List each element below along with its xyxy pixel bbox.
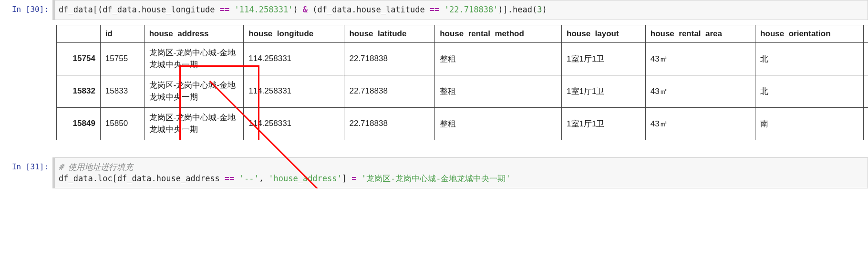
- table-cell: 整租: [435, 107, 562, 140]
- table-row: 1575415755龙岗区-龙岗中心城-金地龙城中央一期114.25833122…: [57, 42, 868, 75]
- table-cell: 114.258331: [244, 75, 344, 107]
- dataframe-table: idhouse_addresshouse_longitudehouse_lati…: [56, 25, 868, 140]
- column-header: house_layout: [562, 25, 646, 42]
- cell-spacer: [0, 144, 868, 157]
- input-prompt: In [30]:: [0, 0, 52, 20]
- table-cell: 43㎡: [645, 107, 755, 140]
- table-cell: 龙岗区-龙岗中心城-金地龙城中央一期: [144, 107, 244, 140]
- column-header: [57, 25, 101, 42]
- row-index: 15849: [57, 107, 101, 140]
- column-header: house_latitude: [344, 25, 435, 42]
- table-cell: 15850: [100, 107, 144, 140]
- table-cell: 22.718838: [344, 107, 435, 140]
- column-header: id: [100, 25, 144, 42]
- table-cell: 1室1厅1卫: [562, 107, 646, 140]
- row-index: 15832: [57, 75, 101, 107]
- table-cell: 1室1厅1卫: [562, 42, 646, 75]
- row-index: 15754: [57, 42, 101, 75]
- table-cell: 整租: [435, 75, 562, 107]
- code-cell-30: In [30]: df_data[(df_data.house_longitud…: [0, 0, 868, 20]
- dataframe-scroll[interactable]: idhouse_addresshouse_longitudehouse_lati…: [56, 25, 868, 140]
- table-row: 1584915850龙岗区-龙岗中心城-金地龙城中央一期114.25833122…: [57, 107, 868, 140]
- column-header: house_rental_method: [435, 25, 562, 42]
- table-cell: 龙岗区-龙岗中心城-金地龙城中央一期: [144, 42, 244, 75]
- table-header-row: idhouse_addresshouse_longitudehouse_lati…: [57, 25, 868, 42]
- table-cell: 1室1厅1卫: [562, 75, 646, 107]
- column-header: house_longitude: [244, 25, 344, 42]
- table-cell: 114.258331: [244, 42, 344, 75]
- table-cell: 22.718838: [344, 75, 435, 107]
- column-header: house_rental_area: [645, 25, 755, 42]
- table-cell: 43㎡: [645, 75, 755, 107]
- code-input[interactable]: # 使用地址进行填充 df_data.loc[df_data.house_add…: [52, 157, 868, 189]
- table-cell: 南: [755, 107, 864, 140]
- table-cell: 15755: [100, 42, 144, 75]
- code-cell-31: In [31]: # 使用地址进行填充 df_data.loc[df_data.…: [0, 157, 868, 189]
- code-input[interactable]: df_data[(df_data.house_longitude == '114…: [52, 0, 868, 20]
- table-body: 1575415755龙岗区-龙岗中心城-金地龙城中央一期114.25833122…: [57, 42, 868, 140]
- output-prompt: [0, 20, 52, 144]
- dataframe-output: idhouse_addresshouse_longitudehouse_lati…: [52, 20, 868, 144]
- column-header: house_address: [144, 25, 244, 42]
- table-row: 1583215833龙岗区-龙岗中心城-金地龙城中央一期114.25833122…: [57, 75, 868, 107]
- table-cell: 15833: [100, 75, 144, 107]
- table-cell: 整租: [435, 42, 562, 75]
- table-cell: 龙岗区-龙岗中心城-金地龙城中央一期: [144, 75, 244, 107]
- table-cell: 114.258331: [244, 107, 344, 140]
- table-cell: 2500 元/: [863, 107, 868, 140]
- output-cell-30: idhouse_addresshouse_longitudehouse_lati…: [0, 20, 868, 144]
- table-cell: 2200 元/: [863, 42, 868, 75]
- input-prompt: In [31]:: [0, 157, 52, 189]
- column-header: house_orientation: [755, 25, 864, 42]
- table-cell: 北: [755, 75, 864, 107]
- table-cell: 2600 元/: [863, 75, 868, 107]
- table-cell: 北: [755, 42, 864, 75]
- column-header: house_r: [863, 25, 868, 42]
- table-cell: 43㎡: [645, 42, 755, 75]
- table-cell: 22.718838: [344, 42, 435, 75]
- notebook-page: In [30]: df_data[(df_data.house_longitud…: [0, 0, 868, 188]
